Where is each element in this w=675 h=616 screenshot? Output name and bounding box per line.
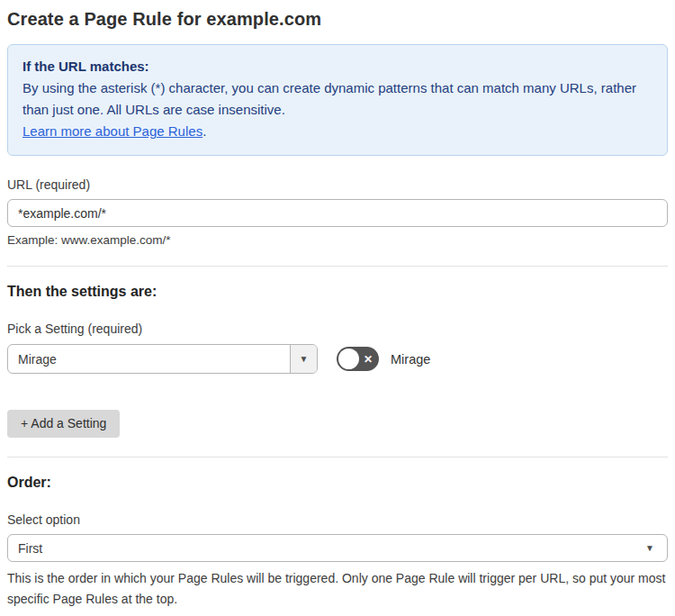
toggle-label: Mirage <box>391 352 430 367</box>
setting-picker-label: Pick a Setting (required) <box>7 322 668 336</box>
add-setting-button[interactable]: + Add a Setting <box>7 410 120 438</box>
order-select-value: First <box>18 541 42 556</box>
info-box-body-text: By using the asterisk (*) character, you… <box>22 80 636 117</box>
toggle-knob <box>338 349 359 369</box>
setting-select-value: Mirage <box>8 345 290 373</box>
setting-select-arrow-button[interactable]: ▼ <box>290 345 317 373</box>
order-select-label: Select option <box>7 512 668 527</box>
create-page-rule-form: Create a Page Rule for example.com If th… <box>0 0 675 616</box>
setting-select[interactable]: Mirage ▼ <box>7 344 318 374</box>
divider <box>7 266 668 267</box>
info-box-heading: If the URL matches: <box>22 56 652 77</box>
divider <box>7 457 668 457</box>
learn-more-link[interactable]: Learn more about Page Rules <box>22 123 202 139</box>
order-select[interactable]: First ▼ <box>7 534 668 562</box>
url-input[interactable] <box>7 199 668 227</box>
chevron-down-icon: ▼ <box>645 544 654 553</box>
link-suffix: . <box>202 123 206 139</box>
url-field-helper: Example: www.example.com/* <box>7 233 668 247</box>
chevron-down-icon: ▼ <box>300 355 309 364</box>
url-field-label: URL (required) <box>7 177 668 192</box>
order-helper-text: This is the order in which your Page Rul… <box>7 568 668 610</box>
mirage-toggle[interactable]: ✕ <box>337 347 379 371</box>
url-match-info-box: If the URL matches: By using the asteris… <box>7 44 668 156</box>
order-section-heading: Order: <box>7 475 668 491</box>
page-title: Create a Page Rule for example.com <box>7 9 668 30</box>
info-box-body: By using the asterisk (*) character, you… <box>22 77 652 142</box>
toggle-off-x-icon: ✕ <box>364 354 373 365</box>
mirage-toggle-group: ✕ Mirage <box>337 347 430 371</box>
settings-section-heading: Then the settings are: <box>7 284 668 300</box>
setting-row: Mirage ▼ ✕ Mirage <box>7 344 668 374</box>
